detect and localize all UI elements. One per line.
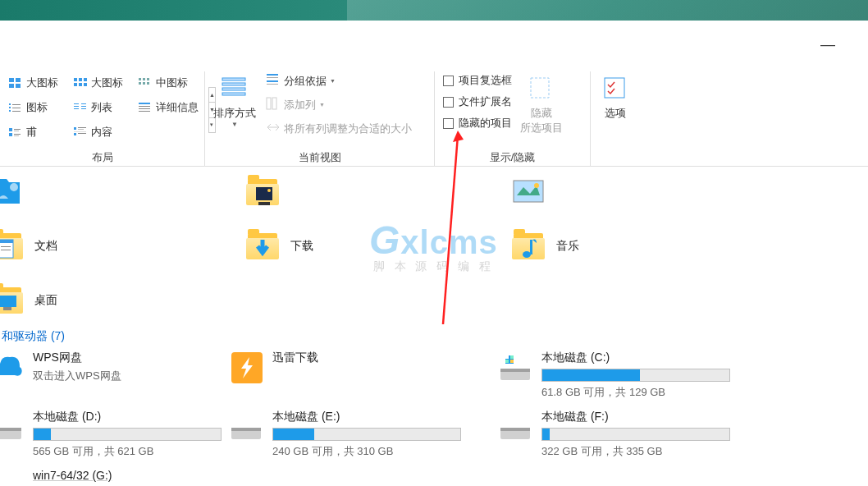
drive-d[interactable]: 本地磁盘 (D:) 565 GB 可用，共 621 GB [0, 410, 244, 459]
svg-rect-15 [147, 82, 149, 85]
minimize-button[interactable]: — [820, 36, 835, 53]
sort-by-label: 排序方式 [213, 106, 256, 121]
drive-wps[interactable]: WPS网盘 双击进入WPS网盘 [0, 351, 244, 400]
svg-rect-6 [84, 78, 87, 81]
drive-e[interactable]: 本地磁盘 (E:) 240 GB 可用，共 310 GB [230, 410, 499, 459]
folder-item[interactable] [0, 176, 236, 209]
ribbon-group-label: 当前视图 [210, 149, 429, 165]
svg-rect-41 [74, 131, 86, 132]
drive-sub: 240 GB 可用，共 310 GB [272, 444, 486, 459]
svg-rect-65 [0, 240, 13, 243]
drive-f[interactable]: 本地磁盘 (F:) 322 GB 可用，共 335 GB [499, 410, 753, 459]
svg-rect-48 [267, 74, 278, 76]
group-by-label: 分组依据 [284, 74, 327, 89]
view-details[interactable]: 详细信息 [135, 96, 202, 119]
svg-rect-83 [231, 428, 261, 431]
svg-rect-16 [9, 103, 11, 105]
ribbon-group-label [596, 163, 635, 165]
svg-rect-35 [9, 133, 12, 136]
view-medium-icons[interactable]: 中图标 [135, 71, 202, 94]
checkbox-icon [443, 76, 454, 86]
svg-rect-66 [1, 246, 11, 247]
svg-rect-9 [84, 83, 87, 86]
drive-name: 本地磁盘 (F:) [541, 410, 740, 424]
folder-row [0, 170, 868, 214]
drives-section-header[interactable]: 和驱动器 (7) [0, 323, 868, 351]
view-label: 详细信息 [156, 100, 199, 115]
svg-rect-2 [9, 84, 14, 88]
svg-rect-33 [14, 129, 21, 130]
folder-label: 桌面 [34, 293, 57, 308]
cloud-drive-icon [0, 351, 25, 385]
fit-columns-label: 将所有列调整为合适的大小 [284, 122, 412, 136]
drive-name: 本地磁盘 (E:) [272, 410, 486, 424]
medium-icons-icon [138, 76, 153, 89]
view-label: 中图标 [156, 76, 188, 90]
ribbon-group-current-view: 排序方式 ▼ 分组依据 ▼ 添加列 ▼ 将所有列调整为合适的大小 [205, 71, 435, 167]
folder-row: 桌面 [0, 278, 868, 323]
file-extensions-label: 文件扩展名 [459, 94, 512, 109]
drive-progress-bar [541, 428, 730, 441]
svg-rect-71 [3, 307, 11, 310]
view-label: 图标 [26, 100, 48, 115]
file-extensions-toggle[interactable]: 文件扩展名 [443, 94, 512, 109]
drive-progress-bar [272, 428, 461, 441]
svg-rect-37 [14, 135, 19, 136]
drive-c[interactable]: 本地磁盘 (C:) 61.8 GB 可用，共 129 GB [499, 351, 753, 400]
svg-rect-47 [222, 93, 245, 95]
view-extra-large-icons[interactable]: 大图标 [5, 71, 62, 94]
folder-icon [0, 176, 25, 209]
svg-rect-7 [74, 83, 77, 86]
drive-sub: 61.8 GB 可用，共 129 GB [541, 385, 740, 400]
svg-rect-8 [79, 83, 82, 86]
svg-rect-19 [12, 108, 21, 108]
view-content[interactable]: 内容 [70, 121, 126, 144]
svg-rect-34 [14, 131, 19, 131]
sort-by-button[interactable]: 排序方式 ▼ [210, 71, 259, 149]
hide-selected-button: 隐藏 所选项目 [519, 71, 564, 149]
svg-rect-78 [505, 360, 509, 363]
options-button[interactable]: 选项 [596, 71, 635, 163]
drive-name: 本地磁盘 (C:) [541, 351, 740, 365]
folder-documents[interactable]: 文档 [0, 230, 236, 263]
folder-downloads[interactable]: 下载 [246, 230, 502, 263]
svg-rect-28 [139, 103, 150, 104]
folder-desktop[interactable]: 桌面 [0, 284, 236, 317]
svg-rect-26 [81, 106, 86, 107]
folder-label: 音乐 [556, 239, 579, 254]
view-tiles[interactable]: 甫 [5, 121, 62, 144]
svg-point-68 [523, 251, 531, 258]
svg-rect-43 [78, 133, 86, 134]
drive-thunder[interactable]: 迅雷下载 [230, 351, 499, 400]
add-columns-button: 添加列 ▼ [263, 95, 415, 114]
view-label: 大图标 [91, 76, 123, 90]
svg-rect-1 [16, 78, 21, 82]
folder-music[interactable]: 音乐 [512, 230, 758, 263]
svg-rect-69 [530, 240, 532, 254]
group-by-button[interactable]: 分组依据 ▼ [263, 71, 415, 90]
disk-icon [230, 410, 264, 444]
list-icon [73, 101, 88, 114]
content-area: 文档 下载 音乐 桌面 和驱动器 (7) [0, 167, 868, 486]
item-checkboxes-toggle[interactable]: 项目复选框 [443, 73, 512, 88]
folder-item[interactable] [246, 176, 502, 209]
folder-icon [512, 176, 546, 209]
svg-rect-24 [74, 108, 79, 109]
ribbon-group-layout: 大图标 大图标 中图标 图标 列表 [0, 71, 205, 167]
folder-item[interactable] [512, 176, 758, 209]
svg-rect-67 [1, 250, 11, 250]
svg-marker-57 [0, 179, 9, 182]
drives-grid: WPS网盘 双击进入WPS网盘 迅雷下载 本地磁盘 (C:) 61.8 GB 可… [0, 351, 868, 486]
svg-rect-22 [74, 103, 79, 104]
drive-g[interactable]: win7-64/32 (G:) [0, 469, 244, 486]
group-by-icon [266, 73, 281, 89]
view-list[interactable]: 列表 [70, 96, 126, 119]
add-column-icon [266, 97, 281, 112]
svg-rect-17 [12, 104, 21, 105]
svg-rect-52 [267, 98, 271, 109]
view-small-icons[interactable]: 图标 [5, 96, 62, 119]
svg-rect-36 [14, 134, 21, 135]
hidden-items-toggle[interactable]: 隐藏的项目 [443, 116, 512, 131]
svg-rect-31 [139, 111, 150, 112]
view-large-icons[interactable]: 大图标 [70, 71, 126, 94]
